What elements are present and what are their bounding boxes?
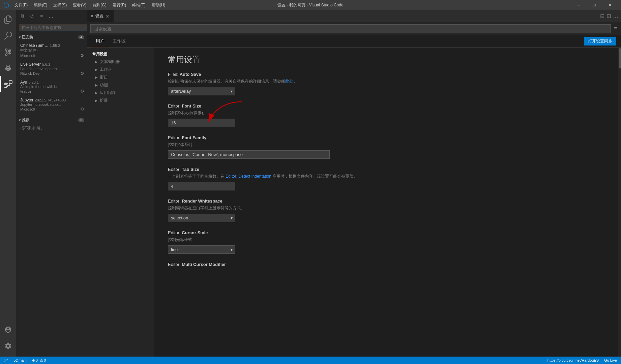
menu-view[interactable]: 查看(V) [70,2,89,9]
nav-extensions[interactable]: ▶ 扩展 [87,97,154,104]
render-whitespace-desc: 控制编辑器在空白字符上显示符号的方式。 [168,205,605,211]
refresh-icon[interactable]: ↺ [28,12,36,20]
extension-name: Chinese (Sim… 1.55.2 [20,43,84,48]
tab-workspace[interactable]: 工作区 [109,35,130,47]
remote-indicator[interactable]: ⇄ [3,358,9,363]
maximize-button[interactable]: □ [587,0,602,10]
ext-ayu-version: 0.20.1 [28,80,39,84]
nav-text-editor-label: 文本编辑器 [100,59,120,65]
filter-icon[interactable]: ⧉ [19,12,26,20]
activity-source-control[interactable] [0,44,16,60]
menu-file[interactable]: 文件(F) [12,2,30,9]
font-family-label-prefix: Editor: [168,135,182,140]
menu-goto[interactable]: 转到(G) [90,2,109,9]
activity-explorer[interactable] [0,11,16,28]
extension-item[interactable]: Ayu 0.20.1 A simple theme with br... tea… [16,78,87,96]
font-size-input[interactable] [168,119,235,127]
menu-edit[interactable]: 编辑(E) [31,2,50,9]
extensions-search-input[interactable] [19,24,87,31]
setting-editor-render-whitespace: Editor: Render Whitespace 控制编辑器在空白字符上显示符… [168,199,605,222]
close-button[interactable]: ✕ [602,0,618,10]
ext-chinese-name: Chinese (Sim… [20,43,49,48]
activity-settings[interactable] [0,338,16,354]
git-branch-status[interactable]: ⎇ main [12,358,28,363]
menu-help[interactable]: 帮助(H) [149,2,168,9]
settings-tab-group: 用户 工作区 [92,35,130,47]
activity-search[interactable] [0,28,16,44]
menu-run[interactable]: 运行(R) [110,2,129,9]
ext-liveserver-author: Ritwick Dey [20,71,39,75]
open-sync-button[interactable]: 打开设置同步 [584,37,616,46]
render-whitespace-label-prefix: Editor: [168,199,182,204]
nav-window[interactable]: ▶ 窗口 [87,73,154,81]
scrollbar-thumb [619,48,621,68]
editor-toolbar: ⊟ ⊡ … [600,13,621,19]
settings-tab[interactable]: ≡ 设置 ✕ [87,10,114,22]
right-scrollbar[interactable] [618,48,621,357]
cursor-style-select[interactable]: line block underline line-thin block-out… [168,245,235,254]
recommended-count: 0 [78,118,84,122]
toggle-panel-icon[interactable]: ⊡ [607,13,611,19]
more-editor-actions-icon[interactable]: … [613,13,618,19]
tab-user[interactable]: 用户 [92,35,109,47]
extension-item[interactable]: Live Server 5.6.1 Launch a development..… [16,60,87,78]
ext-ayu-name: Ayu [20,80,27,85]
setting-editor-tab-size: Editor: Tab Size 一个制表符等于于的空格数。在 Editor: … [168,167,605,190]
font-size-desc: 控制字体大小(像素)。 [168,110,605,116]
minimize-button[interactable]: ─ [571,0,587,10]
nav-text-editor[interactable]: ▶ 文本编辑器 [87,58,154,66]
menu-terminal[interactable]: 终端(T) [129,2,148,9]
tab-size-input[interactable] [168,182,235,190]
more-actions-icon[interactable]: … [47,12,55,20]
setting-files-auto-save: Files: Auto Save 控制自动保存未保存的编辑器。有关自动保存的详细… [168,72,605,95]
settings-body: 常用设置 ▶ 文本编辑器 ▶ 工作台 ▶ 窗口 ▶ 功 [87,48,621,357]
font-family-desc: 控制字体系列。 [168,142,605,148]
titlebar: ⬡ 文件(F) 编辑(E) 选择(S) 查看(V) 转到(G) 运行(R) 终端… [0,0,621,10]
setting-editor-font-size: Editor: Font Size 控制字体大小(像素)。 [168,103,605,127]
statusbar-left: ⇄ ⎇ main ⊘ 0 ⚠ 0 [3,358,47,363]
nav-application[interactable]: ▶ 应用程序 [87,89,154,97]
render-whitespace-select[interactable]: none boundary selection trailing all [168,214,235,222]
files-auto-save-select[interactable]: afterDelay off onFocusChange onWindowCha… [168,87,235,95]
settings-search-input[interactable] [90,24,611,33]
installed-count: 4 [78,35,84,39]
detect-indentation-link[interactable]: Editor: Detect Indentation [226,174,271,179]
nav-application-label: 应用程序 [100,90,116,96]
nav-common-settings[interactable]: 常用设置 [87,50,154,58]
extension-item[interactable]: Chinese (Sim… 1.55.2 中文(简体) Microsoft ⚙ [16,41,87,60]
installed-label: 已安装 [22,35,33,40]
collapse-icon[interactable]: ≡ [38,12,45,20]
tab-size-desc: 一个制表符等于于的空格数。在 Editor: Detect Indentatio… [168,173,605,179]
ext-chinese-gear-icon[interactable]: ⚙ [80,53,84,58]
font-family-input[interactable] [168,150,330,159]
remote-icon: ⇄ [4,358,8,363]
nav-features[interactable]: ▶ 功能 [87,81,154,89]
setting-editor-multi-cursor-modifier: Editor: Multi Cursor Modifier [168,262,605,267]
menu-select[interactable]: 选择(S) [51,2,69,9]
ext-liveserver-gear-icon[interactable]: ⚙ [80,71,84,76]
url-text: https://blog.csdn.net/HardogES [548,358,599,362]
ext-jupyter-author-row: Microsoft ⚙ [20,107,84,112]
installed-section-header[interactable]: ▾ 已安装 4 [16,33,87,41]
multi-cursor-label-bold: Multi Cursor Modifier [182,262,226,267]
split-editor-icon[interactable]: ⊟ [600,13,604,19]
settings-list-icon[interactable]: ☰ [614,26,618,31]
activity-extensions[interactable] [0,76,16,92]
extension-item[interactable]: Jupyter 2021.5.745244803 Jupyter noteboo… [16,96,87,114]
ext-liveserver-version: 5.6.1 [42,62,50,66]
files-auto-save-desc: 控制自动保存未保存的编辑器。有关自动保存的详细信息，请参阅此处。 [168,78,605,84]
url-status[interactable]: https://blog.csdn.net/HardogES [546,358,600,362]
activity-debug[interactable] [0,60,16,76]
errors-status[interactable]: ⊘ 0 ⚠ 0 [31,358,47,363]
go-live-status[interactable]: Go Live [603,358,618,362]
activity-account[interactable] [0,322,16,338]
recommended-section-header[interactable]: ▾ 推荐 0 [16,116,87,124]
files-auto-save-link[interactable]: 此处 [285,79,293,84]
chevron-icon: ▶ [95,99,98,102]
ext-ayu-gear-icon[interactable]: ⚙ [80,89,84,94]
tab-close-button[interactable]: ✕ [106,14,110,19]
nav-workbench[interactable]: ▶ 工作台 [87,66,154,73]
statusbar: ⇄ ⎇ main ⊘ 0 ⚠ 0 https://blog.csdn.net/H… [0,357,621,364]
ext-ayu-author-row: teabyii ⚙ [20,89,84,94]
ext-jupyter-gear-icon[interactable]: ⚙ [80,107,84,112]
